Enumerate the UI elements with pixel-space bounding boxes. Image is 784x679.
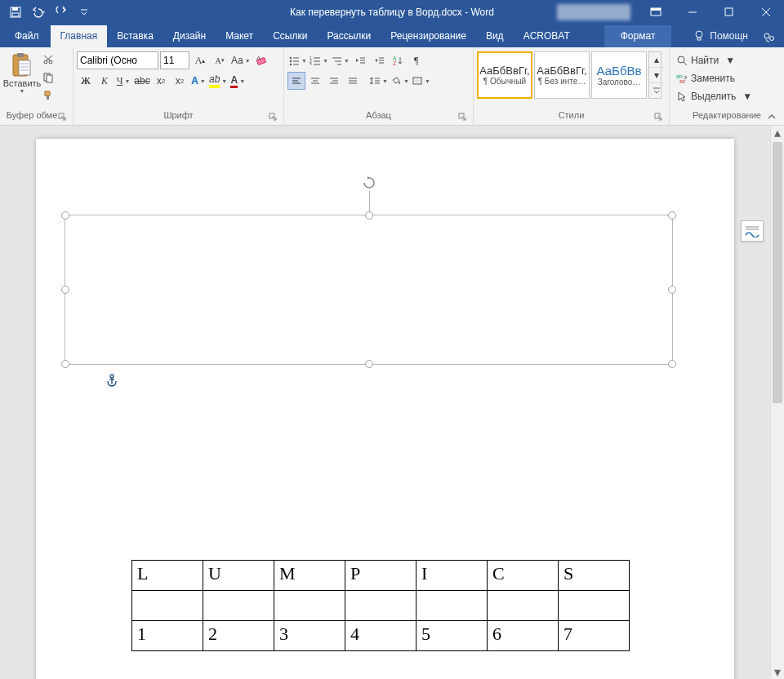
clear-formatting-button[interactable]: A <box>253 51 271 69</box>
tab-review[interactable]: Рецензирование <box>381 25 476 47</box>
table-cell[interactable] <box>416 591 488 621</box>
table-cell[interactable]: 7 <box>559 621 630 651</box>
scroll-down-button[interactable]: ▾ <box>771 665 784 679</box>
table-cell[interactable]: P <box>345 561 416 591</box>
styles-gallery[interactable]: АаБбВвГг, ¶ Обычный АаБбВвГг, ¶ Без инте… <box>477 51 662 99</box>
replace-button[interactable]: abac Заменить <box>673 69 781 87</box>
rotation-handle[interactable] <box>361 175 377 191</box>
table-cell[interactable]: C <box>488 561 559 591</box>
table-cell[interactable]: M <box>274 561 345 591</box>
align-center-button[interactable] <box>306 72 324 90</box>
save-button[interactable] <box>5 2 26 22</box>
table-row[interactable] <box>132 591 630 621</box>
numbering-button[interactable]: 123▼ <box>309 51 329 69</box>
handle-ne[interactable] <box>668 211 676 220</box>
table-cell[interactable] <box>203 591 274 621</box>
font-size-combo[interactable] <box>160 51 189 69</box>
minimize-button[interactable] <box>674 0 710 24</box>
format-painter-button[interactable] <box>41 87 56 104</box>
handle-s[interactable] <box>365 360 373 368</box>
table-cell[interactable]: 3 <box>274 621 345 651</box>
document-area[interactable]: L U M P I C S 1 <box>0 126 770 679</box>
decrease-indent-button[interactable] <box>351 51 369 69</box>
layout-options-button[interactable] <box>741 220 764 242</box>
style-normal[interactable]: АаБбВвГг, ¶ Обычный <box>477 51 532 99</box>
styles-scroll-down[interactable]: ▾ <box>649 68 664 83</box>
clipboard-launcher[interactable] <box>56 111 68 122</box>
styles-scroll-up[interactable]: ▴ <box>649 52 664 68</box>
change-case-button[interactable]: Aa▼ <box>230 51 252 69</box>
styles-launcher[interactable] <box>653 111 664 122</box>
style-heading1[interactable]: АаБбВв Заголово… <box>591 51 647 99</box>
table-cell[interactable] <box>345 591 416 621</box>
ribbon-display-options-button[interactable] <box>637 0 674 24</box>
increase-indent-button[interactable] <box>370 51 388 69</box>
redo-button[interactable] <box>51 2 72 22</box>
grow-font-button[interactable]: A▴ <box>191 51 209 69</box>
select-button[interactable]: Выделить▼ <box>673 87 781 105</box>
italic-button[interactable]: К <box>96 72 114 90</box>
tab-acrobat[interactable]: ACROBAT <box>514 25 580 47</box>
font-name-combo[interactable] <box>77 51 158 69</box>
copy-button[interactable] <box>41 69 56 86</box>
borders-button[interactable]: ▼ <box>411 72 431 90</box>
table-cell[interactable]: 1 <box>132 621 203 651</box>
align-left-button[interactable] <box>287 72 305 90</box>
paste-button[interactable]: Вставить ▼ <box>3 50 41 107</box>
vertical-scrollbar[interactable]: ▴ ▾ <box>770 126 784 679</box>
handle-n[interactable] <box>365 211 373 220</box>
handle-nw[interactable] <box>61 211 69 220</box>
line-spacing-button[interactable]: ▼ <box>368 72 389 90</box>
scroll-thumb[interactable] <box>773 142 782 403</box>
highlight-button[interactable]: ab▼ <box>208 72 228 90</box>
strikethrough-button[interactable]: abc <box>133 72 151 90</box>
table-cell[interactable]: 4 <box>345 621 416 651</box>
tab-references[interactable]: Ссылки <box>263 25 317 47</box>
subscript-button[interactable]: x2 <box>152 72 170 90</box>
sort-button[interactable]: AZ <box>389 51 407 69</box>
style-no-spacing[interactable]: АаБбВвГг, ¶ Без инте… <box>534 51 590 99</box>
tab-format[interactable]: Формат <box>604 25 672 47</box>
table-cell[interactable]: 6 <box>488 621 559 651</box>
cut-button[interactable] <box>41 51 56 68</box>
share-button[interactable] <box>755 26 784 47</box>
multilevel-list-button[interactable]: ▼ <box>330 51 350 69</box>
scroll-up-button[interactable]: ▴ <box>771 126 784 140</box>
font-launcher[interactable] <box>267 111 278 122</box>
undo-button[interactable] <box>28 2 49 22</box>
table-cell[interactable] <box>132 591 203 621</box>
underline-button[interactable]: Ч▼ <box>114 72 132 90</box>
page[interactable]: L U M P I C S 1 <box>36 139 734 679</box>
shading-button[interactable]: ▼ <box>390 72 410 90</box>
tab-home[interactable]: Главная <box>51 25 108 47</box>
tab-file[interactable]: Файл <box>3 25 51 47</box>
tab-layout[interactable]: Макет <box>216 25 263 47</box>
table-cell[interactable]: L <box>132 561 203 591</box>
handle-se[interactable] <box>668 360 676 368</box>
shrink-font-button[interactable]: A▾ <box>211 51 229 69</box>
handle-sw[interactable] <box>61 360 69 368</box>
tab-insert[interactable]: Вставка <box>107 25 163 47</box>
table-cell[interactable] <box>488 591 559 621</box>
tell-me-input[interactable]: Помощн <box>684 25 755 47</box>
collapse-ribbon-button[interactable] <box>764 110 779 123</box>
tab-design[interactable]: Дизайн <box>163 25 216 47</box>
table-cell[interactable]: 2 <box>203 621 274 651</box>
table-cell[interactable] <box>559 591 630 621</box>
paragraph-launcher[interactable] <box>457 111 468 122</box>
superscript-button[interactable]: x2 <box>171 72 189 90</box>
close-button[interactable] <box>747 0 784 24</box>
table-cell[interactable]: S <box>559 561 630 591</box>
table-cell[interactable]: I <box>416 561 488 591</box>
bullets-button[interactable]: ▼ <box>287 51 308 69</box>
table-cell[interactable]: 5 <box>416 621 488 651</box>
find-button[interactable]: Найти▼ <box>673 51 781 69</box>
table-cell[interactable]: U <box>203 561 274 591</box>
user-account[interactable] <box>557 4 630 20</box>
font-color-button[interactable]: A▼ <box>229 72 247 90</box>
table-row[interactable]: L U M P I C S <box>132 561 630 591</box>
handle-e[interactable] <box>668 286 676 294</box>
justify-button[interactable] <box>344 72 362 90</box>
tab-view[interactable]: Вид <box>476 25 514 47</box>
tab-mailings[interactable]: Рассылки <box>317 25 381 47</box>
